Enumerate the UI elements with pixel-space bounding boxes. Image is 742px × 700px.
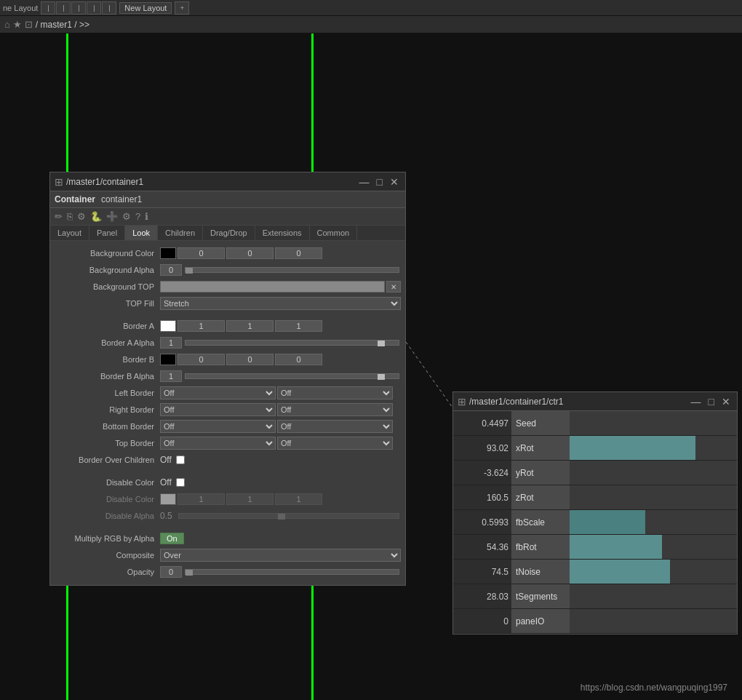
box-icon[interactable]: ⊡ bbox=[25, 19, 33, 30]
border-over-children-checkbox[interactable] bbox=[176, 456, 185, 464]
border-b-controls bbox=[160, 354, 401, 365]
layout-btn-4[interactable]: | bbox=[87, 1, 101, 15]
border-b-alpha-input[interactable] bbox=[160, 370, 182, 382]
top-fill-select[interactable]: Stretch bbox=[160, 297, 401, 310]
border-b-r[interactable] bbox=[177, 354, 225, 365]
tab-children[interactable]: Children bbox=[158, 226, 203, 240]
composite-select[interactable]: Over bbox=[160, 549, 401, 562]
tab-dragdrop[interactable]: Drag/Drop bbox=[203, 226, 255, 240]
panel-icon: ⊞ bbox=[55, 176, 63, 188]
ctr-value-fbscale: 0.5993 bbox=[453, 517, 511, 528]
top-fill-row: TOP Fill Stretch bbox=[50, 295, 405, 311]
bottom-url: https://blog.csdn.net/wangpuqing1997 bbox=[581, 683, 727, 693]
ctr-minimize-button[interactable]: — bbox=[689, 397, 703, 407]
layout-btn-3[interactable]: | bbox=[71, 1, 86, 15]
plus-icon[interactable]: ➕ bbox=[106, 211, 118, 222]
top-border-label: Top Border bbox=[55, 439, 160, 448]
multiply-rgb-btn[interactable]: On bbox=[160, 533, 184, 544]
close-button[interactable]: ✕ bbox=[388, 177, 401, 187]
bg-color-b[interactable] bbox=[275, 247, 322, 259]
left-border-select2[interactable]: Off bbox=[277, 386, 393, 399]
border-a-alpha-input[interactable] bbox=[160, 337, 182, 349]
edit-icon[interactable]: ✏ bbox=[55, 211, 63, 222]
bg-alpha-slider[interactable] bbox=[185, 267, 399, 273]
ctr-close-button[interactable]: ✕ bbox=[719, 397, 733, 407]
minimize-button[interactable]: — bbox=[357, 177, 372, 187]
bottom-border-select1[interactable]: Off bbox=[160, 420, 276, 433]
right-border-select2[interactable]: Off bbox=[277, 403, 393, 416]
second-toolbar: ⌂ ★ ⊡ / master1 / >> bbox=[0, 16, 742, 33]
maximize-button[interactable]: □ bbox=[375, 177, 385, 187]
tab-common[interactable]: Common bbox=[310, 226, 358, 240]
border-b-g[interactable] bbox=[226, 354, 274, 365]
ctr-value-tnoise: 74.5 bbox=[453, 567, 511, 577]
ctr-row-tsegments[interactable]: 28.03 tSegments bbox=[453, 584, 737, 609]
new-layout-button[interactable]: New Layout bbox=[119, 2, 172, 14]
ctr-row-xrot[interactable]: 93.02 xRot bbox=[453, 436, 737, 461]
right-border-select1[interactable]: Off bbox=[160, 403, 276, 416]
ctr-row-yrot[interactable]: -3.624 yRot bbox=[453, 461, 737, 485]
ctr-row-paneio[interactable]: 0 paneIO bbox=[453, 609, 737, 634]
top-border-select1[interactable]: Off bbox=[160, 437, 276, 450]
left-border-row: Left Border Off Off bbox=[50, 385, 405, 401]
border-a-g[interactable] bbox=[226, 320, 274, 332]
ctr-label-tsegments: tSegments bbox=[511, 584, 570, 608]
opacity-input[interactable] bbox=[160, 566, 182, 578]
tab-panel[interactable]: Panel bbox=[89, 226, 125, 240]
disable-color-value: Off bbox=[160, 477, 172, 488]
tab-layout[interactable]: Layout bbox=[50, 226, 89, 240]
border-b-swatch[interactable] bbox=[160, 354, 176, 365]
bg-top-btn[interactable]: ✕ bbox=[386, 281, 401, 293]
disable-alpha-controls: 0.5 bbox=[160, 511, 401, 521]
bg-top-label: Background TOP bbox=[55, 282, 160, 291]
help-icon[interactable]: ? bbox=[135, 211, 140, 222]
opacity-slider[interactable] bbox=[185, 569, 399, 575]
ctr-panel-icon: ⊞ bbox=[458, 396, 466, 407]
border-b-alpha-slider[interactable] bbox=[185, 373, 399, 379]
border-a-swatch[interactable] bbox=[160, 320, 176, 332]
star-icon[interactable]: ★ bbox=[13, 19, 22, 30]
ctr-row-zrot[interactable]: 160.5 zRot bbox=[453, 485, 737, 510]
tabs-bar: Layout Panel Look Children Drag/Drop Ext… bbox=[50, 226, 405, 241]
new-layout-plus[interactable]: + bbox=[175, 1, 189, 15]
disable-color-swatch bbox=[160, 493, 176, 505]
bg-color-swatch[interactable] bbox=[160, 247, 176, 259]
disable-color-checkbox[interactable] bbox=[176, 478, 185, 487]
layout-btn-5[interactable]: | bbox=[102, 1, 116, 15]
info-icon[interactable]: ℹ bbox=[145, 211, 148, 222]
layout-btn-2[interactable]: | bbox=[56, 1, 71, 15]
ctr-row-seed[interactable]: 0.4497 Seed bbox=[453, 411, 737, 436]
left-border-select1[interactable]: Off bbox=[160, 386, 276, 399]
python-icon[interactable]: 🐍 bbox=[90, 211, 102, 222]
ctr-bar-fbscale bbox=[570, 510, 737, 534]
left-border-controls: Off Off bbox=[160, 386, 401, 399]
copy-icon[interactable]: ⎘ bbox=[67, 211, 73, 222]
border-b-b[interactable] bbox=[275, 354, 322, 365]
disable-alpha-value: 0.5 bbox=[160, 511, 172, 521]
settings-icon[interactable]: ⚙ bbox=[77, 211, 86, 222]
tab-look[interactable]: Look bbox=[125, 226, 158, 240]
ctr-bar-zrot bbox=[570, 485, 737, 509]
ctr-bar-xrot bbox=[570, 436, 737, 460]
bg-alpha-input[interactable] bbox=[160, 264, 182, 276]
ctr-panel: ⊞ /master1/container1/ctr1 — □ ✕ 0.4497 … bbox=[452, 391, 738, 635]
ctr-value-paneio: 0 bbox=[453, 616, 511, 627]
border-a-b[interactable] bbox=[275, 320, 322, 332]
bg-top-input[interactable] bbox=[160, 281, 385, 293]
bottom-border-select2[interactable]: Off bbox=[277, 420, 393, 433]
ctr-row-tnoise[interactable]: 74.5 tNoise bbox=[453, 560, 737, 584]
gear-icon[interactable]: ⚙ bbox=[122, 211, 131, 222]
ctr-label-paneio: paneIO bbox=[511, 609, 570, 633]
tab-extensions[interactable]: Extensions bbox=[255, 226, 310, 240]
bg-color-r[interactable] bbox=[177, 247, 225, 259]
home-icon[interactable]: ⌂ bbox=[4, 19, 10, 30]
border-a-alpha-slider[interactable] bbox=[185, 340, 399, 346]
ctr-row-fbscale[interactable]: 0.5993 fbScale bbox=[453, 510, 737, 535]
layout-btn-1[interactable]: | bbox=[41, 1, 55, 15]
top-border-select2[interactable]: Off bbox=[277, 437, 393, 450]
bg-color-g[interactable] bbox=[226, 247, 274, 259]
disable-color-val-r bbox=[177, 493, 225, 505]
border-a-r[interactable] bbox=[177, 320, 225, 332]
ctr-row-fbrot[interactable]: 54.36 fbRot bbox=[453, 535, 737, 560]
ctr-maximize-button[interactable]: □ bbox=[706, 397, 717, 407]
